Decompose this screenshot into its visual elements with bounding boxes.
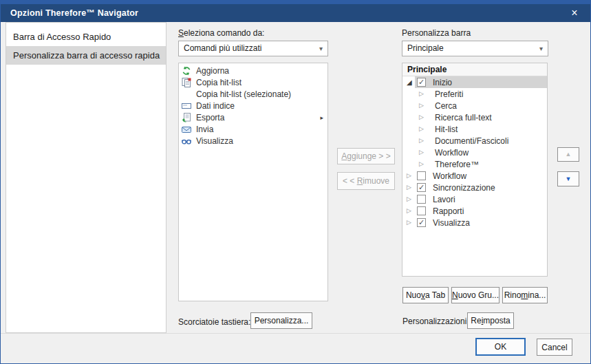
- customize-bar-label: Personalizza barra: [402, 28, 471, 38]
- expand-arrow-icon[interactable]: ▷: [419, 88, 428, 100]
- titlebar[interactable]: Opzioni Therefore™ Navigator ×: [1, 1, 590, 22]
- checkbox-checked[interactable]: ✓: [417, 78, 426, 87]
- tree-item-label: Cerca: [435, 101, 457, 111]
- tree-item-label: Preferiti: [435, 89, 463, 99]
- expand-arrow-icon[interactable]: ▷: [407, 193, 416, 205]
- tree-item-label: Workflow: [433, 171, 466, 181]
- command-item-label: Invia: [196, 124, 213, 136]
- submenu-arrow-icon: ▸: [320, 112, 323, 124]
- index-field-icon: [182, 101, 191, 111]
- command-item-label: Visualizza: [196, 136, 233, 147]
- toolbar-tree-box: Principale ◢✓Inizio▷Preferiti▷Cerca▷Rice…: [402, 63, 548, 277]
- toolbar-combobox[interactable]: Principale ▾: [402, 41, 548, 56]
- tree-item[interactable]: ▷Lavori: [402, 193, 547, 205]
- tree-item[interactable]: ▷Ricerca full-text: [402, 111, 547, 123]
- command-item[interactable]: Dati indice: [179, 100, 327, 112]
- tree-item-label: Hit-list: [435, 125, 458, 134]
- tree-item[interactable]: ▷Preferiti: [402, 88, 547, 100]
- expand-arrow-icon[interactable]: ▷: [407, 170, 416, 182]
- expand-arrow-icon[interactable]: ▷: [407, 182, 416, 193]
- checkbox-checked[interactable]: ✓: [417, 183, 426, 192]
- select-command-label: Seleziona comando da:: [178, 28, 264, 38]
- tree-item-label: Inizio: [433, 78, 452, 87]
- new-group-button[interactable]: Nuovo Gru...: [451, 287, 499, 303]
- command-item[interactable]: Copia hit-list: [179, 77, 327, 89]
- sidebar-item[interactable]: Barra di Accesso Rapido: [6, 28, 166, 46]
- toolbar-tree: ◢✓Inizio▷Preferiti▷Cerca▷Ricerca full-te…: [402, 76, 547, 228]
- tree-item[interactable]: ▷Cerca: [402, 100, 547, 111]
- tree-item[interactable]: ▷Workflow: [402, 170, 547, 182]
- tree-item-label: Therefore™: [435, 160, 479, 169]
- tree-item[interactable]: ▷✓Sincronizzazione: [402, 182, 547, 193]
- expand-arrow-icon[interactable]: ▷: [419, 100, 428, 111]
- customizations-label: Personalizzazioni:: [402, 317, 469, 326]
- command-item-label: Dati indice: [196, 100, 235, 112]
- tree-item-label: Rapporti: [433, 206, 464, 216]
- arrow-down-icon: ▼: [566, 176, 572, 182]
- remove-button[interactable]: < < Rimuove: [337, 172, 395, 190]
- expand-arrow-icon[interactable]: ▷: [419, 111, 428, 123]
- command-item[interactable]: Visualizza: [179, 136, 327, 147]
- expand-arrow-icon[interactable]: ▷: [407, 217, 416, 228]
- chevron-down-icon: ▾: [319, 41, 323, 56]
- tree-item-label: Documenti/Fascicoli: [435, 136, 508, 146]
- glasses-icon: [182, 136, 191, 146]
- ok-button[interactable]: OK: [475, 338, 526, 356]
- sidebar: Barra di Accesso RapidoPersonalizza barr…: [6, 22, 166, 333]
- tree-item-label: Sincronizzazione: [433, 183, 495, 193]
- tree-item-label: Lavori: [433, 195, 455, 204]
- reset-button[interactable]: Reimposta: [467, 312, 514, 329]
- tree-item[interactable]: ▷Therefore™: [402, 158, 547, 170]
- command-item-label: Copia hit-list: [196, 77, 241, 89]
- tree-item[interactable]: ▷Hit-list: [402, 123, 547, 135]
- collapse-arrow-icon[interactable]: ◢: [407, 76, 416, 88]
- command-item-label: Esporta: [196, 112, 224, 124]
- command-list: AggiornaCopia hit-listCopia hit-list (se…: [178, 63, 328, 301]
- customize-shortcuts-button[interactable]: Personalizza...: [250, 312, 312, 329]
- close-icon[interactable]: ×: [559, 4, 590, 22]
- expand-arrow-icon[interactable]: ▷: [407, 205, 416, 217]
- expand-arrow-icon[interactable]: ▷: [419, 135, 428, 147]
- copy-icon: [182, 78, 191, 87]
- checkbox-unchecked[interactable]: [417, 171, 426, 180]
- command-source-value: Comandi più utilizzati: [184, 43, 261, 53]
- add-button[interactable]: Aggiunge > >: [337, 148, 395, 164]
- command-item[interactable]: Copia hit-list (selezionate): [179, 89, 327, 100]
- arrow-up-icon: ▲: [566, 151, 572, 158]
- expand-arrow-icon[interactable]: ▷: [419, 147, 428, 158]
- tree-item-label: Workflow: [435, 148, 469, 158]
- rename-button[interactable]: Rinomina...: [502, 287, 548, 303]
- move-up-button[interactable]: ▲: [557, 147, 579, 162]
- tree-item[interactable]: ◢✓Inizio: [402, 76, 547, 88]
- shortcuts-label: Scorciatoie tastiera:: [178, 317, 250, 327]
- tree-item[interactable]: ▷Workflow: [402, 147, 547, 158]
- command-item[interactable]: Esporta▸: [179, 112, 327, 124]
- footer-divider: [1, 333, 590, 334]
- cancel-button[interactable]: Cancel: [537, 339, 572, 356]
- sidebar-item[interactable]: Personalizza barra di accesso rapida: [6, 46, 166, 65]
- refresh-icon: [182, 66, 191, 76]
- expand-arrow-icon[interactable]: ▷: [419, 158, 428, 170]
- tree-item[interactable]: ▷Rapporti: [402, 205, 547, 217]
- tree-header: Principale: [402, 63, 547, 76]
- tree-item[interactable]: ▷Documenti/Fascicoli: [402, 135, 547, 147]
- tree-item[interactable]: ▷✓Visualizza: [402, 217, 547, 228]
- mail-icon: [182, 125, 191, 134]
- command-source-combobox[interactable]: Comandi più utilizzati ▾: [178, 41, 328, 56]
- chevron-down-icon: ▾: [539, 41, 543, 56]
- move-down-button[interactable]: ▼: [557, 171, 579, 186]
- new-tab-button[interactable]: Nuova Tab: [402, 287, 449, 303]
- checkbox-checked[interactable]: ✓: [417, 218, 426, 227]
- expand-arrow-icon[interactable]: ▷: [419, 123, 428, 135]
- checkbox-unchecked[interactable]: [417, 195, 426, 204]
- window-title: Opzioni Therefore™ Navigator: [10, 4, 138, 22]
- export-icon: [182, 113, 191, 122]
- command-item-label: Copia hit-list (selezionate): [196, 89, 291, 100]
- command-item[interactable]: Invia: [179, 124, 327, 136]
- checkbox-unchecked[interactable]: [417, 206, 426, 215]
- options-dialog: Opzioni Therefore™ Navigator × Barra di …: [0, 0, 591, 364]
- tree-item-label: Visualizza: [433, 218, 470, 228]
- command-item[interactable]: Aggiorna: [179, 65, 327, 77]
- tree-item-label: Ricerca full-text: [435, 113, 492, 122]
- toolbar-combobox-value: Principale: [407, 43, 444, 53]
